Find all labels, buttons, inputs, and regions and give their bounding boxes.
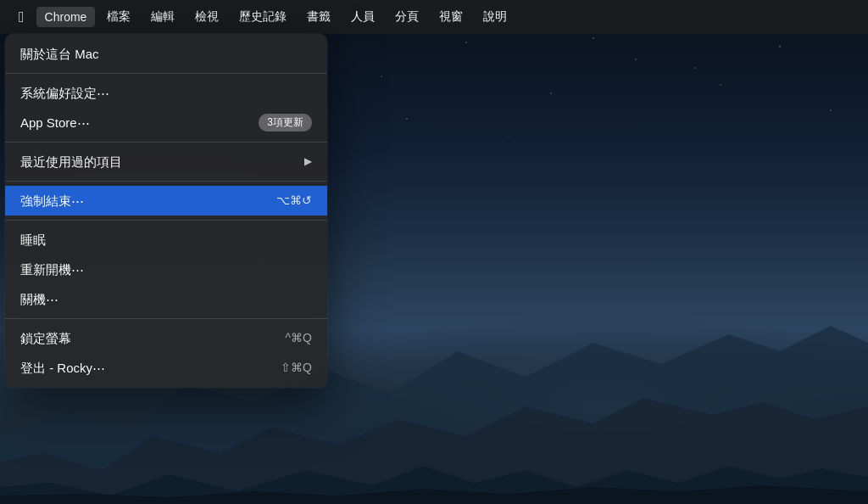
menu-restart-label: 重新開機⋯ bbox=[20, 260, 84, 278]
menu-shutdown[interactable]: 關機⋯ bbox=[5, 284, 327, 314]
menu-recent-items-label: 最近使用過的項目 bbox=[20, 153, 122, 171]
apple-dropdown-menu: 關於這台 Mac 系統偏好設定⋯ App Store⋯ 3項更新 最近使用過的項… bbox=[5, 34, 327, 388]
menubar-view[interactable]: 檢視 bbox=[186, 6, 227, 28]
menu-about-label: 關於這台 Mac bbox=[20, 45, 99, 63]
menu-logout-label: 登出 - Rocky⋯ bbox=[20, 359, 105, 377]
menu-system-prefs-label: 系統偏好設定⋯ bbox=[20, 84, 109, 102]
menu-about[interactable]: 關於這台 Mac bbox=[5, 39, 327, 69]
menu-app-store-label: App Store⋯ bbox=[20, 114, 90, 132]
menu-sleep[interactable]: 睡眠 bbox=[5, 225, 327, 255]
menubar-file[interactable]: 檔案 bbox=[98, 6, 139, 28]
menubar-chrome[interactable]: Chrome bbox=[36, 7, 96, 27]
menu-app-store[interactable]: App Store⋯ 3項更新 bbox=[5, 108, 327, 137]
menubar-bookmarks[interactable]: 書籤 bbox=[298, 6, 339, 28]
menu-logout-shortcut: ⇧⌘Q bbox=[281, 360, 312, 377]
menubar:  Chrome 檔案 編輯 檢視 歷史記錄 書籤 人員 分頁 視窗 說明 bbox=[0, 0, 868, 34]
menubar-edit[interactable]: 編輯 bbox=[142, 6, 183, 28]
menu-separator-5 bbox=[5, 318, 327, 319]
menu-force-quit-shortcut: ⌥⌘↺ bbox=[276, 193, 312, 210]
menubar-tab[interactable]: 分頁 bbox=[387, 6, 427, 28]
menu-recent-items[interactable]: 最近使用過的項目 ▶ bbox=[5, 147, 327, 176]
menu-force-quit[interactable]: 強制結束⋯ ⌥⌘↺ bbox=[5, 186, 327, 216]
menu-restart[interactable]: 重新開機⋯ bbox=[5, 255, 327, 284]
menu-separator-1 bbox=[5, 73, 327, 74]
menu-force-quit-label: 強制結束⋯ bbox=[20, 192, 84, 210]
menu-lock-screen-label: 鎖定螢幕 bbox=[20, 329, 71, 347]
menubar-window[interactable]: 視窗 bbox=[431, 6, 471, 28]
apple-icon:  bbox=[19, 8, 25, 25]
menu-shutdown-label: 關機⋯ bbox=[20, 290, 58, 308]
submenu-arrow-icon: ▶ bbox=[304, 154, 312, 169]
menubar-help[interactable]: 說明 bbox=[475, 6, 515, 28]
apple-menu-button[interactable]:  bbox=[10, 7, 33, 28]
menu-logout[interactable]: 登出 - Rocky⋯ ⇧⌘Q bbox=[5, 353, 327, 383]
menu-separator-3 bbox=[5, 181, 327, 182]
menu-separator-4 bbox=[5, 220, 327, 221]
menu-lock-screen[interactable]: 鎖定螢幕 ^⌘Q bbox=[5, 323, 327, 353]
menu-sleep-label: 睡眠 bbox=[20, 231, 46, 249]
menubar-history[interactable]: 歷史記錄 bbox=[231, 6, 295, 28]
menu-separator-2 bbox=[5, 142, 327, 143]
menubar-people[interactable]: 人員 bbox=[342, 6, 383, 28]
menu-lock-screen-shortcut: ^⌘Q bbox=[286, 330, 312, 347]
app-store-badge: 3項更新 bbox=[259, 114, 312, 132]
menu-system-prefs[interactable]: 系統偏好設定⋯ bbox=[5, 78, 327, 108]
